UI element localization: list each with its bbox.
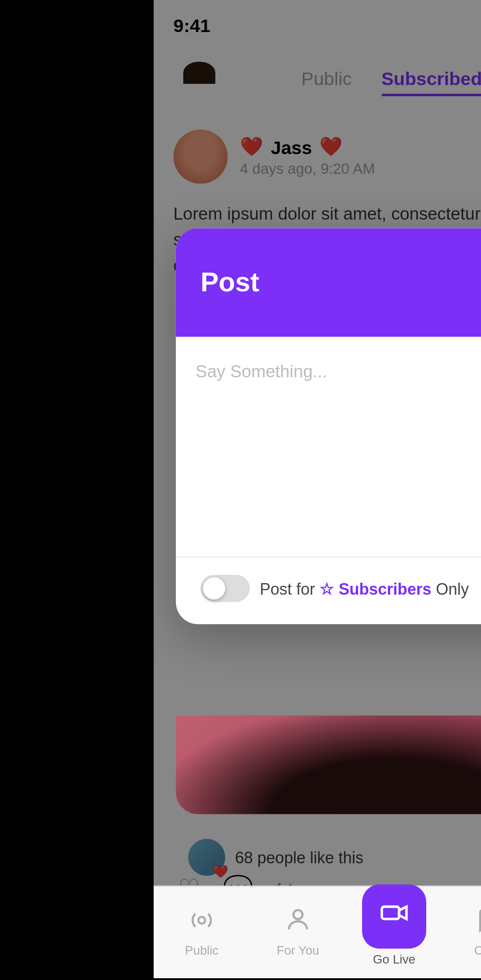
modal-body: Say Something... — [176, 337, 481, 556]
nav-item-public[interactable]: Public — [154, 906, 250, 957]
modal-header: Post — [176, 228, 481, 337]
go-live-button[interactable] — [362, 885, 426, 949]
svg-rect-10 — [382, 906, 399, 919]
modal-title: Post — [200, 266, 259, 298]
toggle-wrap: Post for ☆ Subscribers Only — [200, 575, 469, 602]
post-modal: Post Say Something... — [176, 228, 481, 624]
modal-footer: Post for ☆ Subscribers Only — [176, 556, 481, 624]
chat-icon — [477, 906, 481, 939]
video-camera-icon — [379, 898, 409, 935]
post-image-area — [176, 715, 481, 814]
nav-item-chats[interactable]: Chats — [442, 906, 481, 957]
svg-point-8 — [198, 916, 205, 923]
subscribers-toggle[interactable] — [200, 575, 250, 602]
nav-label-golive: Go Live — [373, 952, 415, 966]
nav-item-foryou[interactable]: For You — [250, 906, 346, 957]
nav-item-golive[interactable]: Go Live — [346, 897, 442, 966]
toggle-label: Post for ☆ Subscribers Only — [260, 579, 469, 598]
bottom-nav: Public For You — [154, 886, 481, 978]
svg-point-9 — [293, 910, 302, 919]
toggle-knob — [203, 577, 225, 600]
text-area-wrap: Say Something... — [196, 356, 481, 536]
broadcast-icon — [188, 906, 216, 939]
post-placeholder[interactable]: Say Something... — [196, 356, 481, 386]
nav-label-chats: Chats — [474, 943, 481, 956]
person-icon — [285, 906, 312, 939]
subscribers-link[interactable]: ☆ Subscribers — [319, 579, 436, 598]
nav-label-public: Public — [185, 943, 218, 956]
nav-label-foryou: For You — [277, 943, 319, 956]
